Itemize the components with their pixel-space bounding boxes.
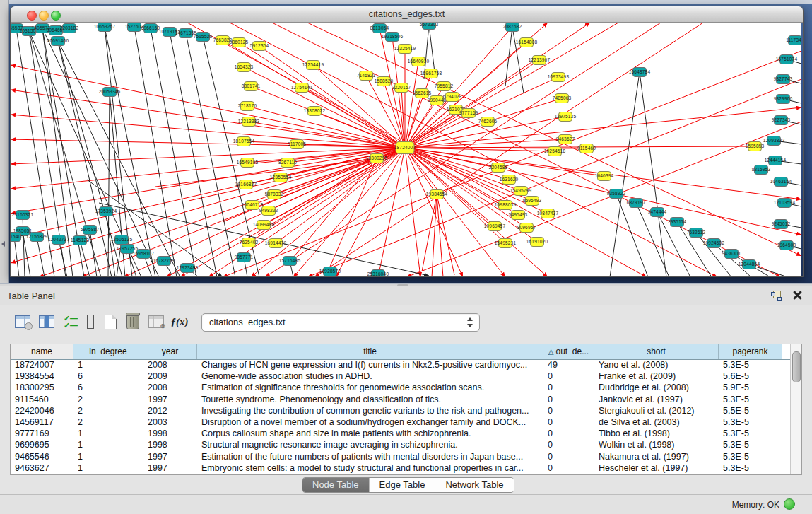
- table-cell[interactable]: 0: [543, 405, 594, 416]
- network-canvas[interactable]: 1655872203150614055724806466122031822069…: [11, 23, 801, 276]
- column-header-pagerank[interactable]: pagerank: [719, 344, 782, 359]
- table-cell[interactable]: Corpus callosum shape and size in male p…: [197, 428, 543, 439]
- table-cell[interactable]: 5.3E-5: [719, 428, 782, 439]
- table-cell[interactable]: Tourette syndrome. Phenomenology and cla…: [197, 394, 543, 405]
- table-cell[interactable]: de Silva et al. (2003): [594, 416, 719, 428]
- table-cell[interactable]: 2012: [143, 405, 197, 416]
- table-row[interactable]: 946554611997Estimation of the future num…: [11, 451, 791, 462]
- graph-node[interactable]: [163, 27, 177, 37]
- table-cell[interactable]: 5.3E-5: [719, 451, 782, 462]
- graph-node[interactable]: [629, 198, 643, 208]
- graph-node[interactable]: [461, 108, 476, 118]
- graph-node[interactable]: [707, 238, 721, 248]
- selected-edge[interactable]: [405, 148, 505, 276]
- graph-node[interactable]: [551, 72, 565, 82]
- column-header-year[interactable]: year: [143, 344, 197, 359]
- selected-edge[interactable]: [405, 77, 558, 148]
- graph-node[interactable]: [422, 23, 436, 30]
- graph-node[interactable]: [776, 74, 790, 84]
- graph-node[interactable]: [748, 141, 762, 151]
- table-cell[interactable]: Nakamura et al. (1997): [594, 451, 719, 462]
- float-panel-icon[interactable]: [771, 291, 781, 300]
- graph-node[interactable]: [257, 220, 271, 230]
- table-cell[interactable]: 14569117: [11, 416, 73, 428]
- tab-edge-table[interactable]: Edge Table: [370, 478, 436, 492]
- graph-node[interactable]: [11, 232, 21, 242]
- graph-node[interactable]: [283, 256, 297, 266]
- graph-node[interactable]: [724, 249, 739, 259]
- graph-node[interactable]: [232, 37, 246, 47]
- graph-node[interactable]: [430, 95, 444, 105]
- edge[interactable]: [610, 72, 640, 276]
- row-height-icon[interactable]: [81, 312, 100, 332]
- table-cell[interactable]: 0: [543, 382, 594, 393]
- table-cell[interactable]: 9115460: [11, 394, 73, 405]
- graph-node[interactable]: [502, 175, 516, 185]
- graph-node[interactable]: [437, 81, 451, 91]
- table-cell[interactable]: 5.6E-5: [719, 370, 782, 382]
- selected-edge[interactable]: [302, 88, 405, 148]
- graph-node[interactable]: [35, 23, 49, 33]
- selected-edge[interactable]: [405, 148, 495, 226]
- table-row[interactable]: 1830029562008Estimation of significance …: [11, 382, 791, 393]
- graph-node[interactable]: [774, 219, 788, 229]
- graph-node[interactable]: [779, 240, 794, 250]
- edge[interactable]: [90, 230, 97, 276]
- selected-edge[interactable]: [405, 27, 512, 148]
- table-cell[interactable]: Hescheler et al. (1997): [594, 462, 719, 474]
- graph-node[interactable]: [99, 206, 113, 216]
- graph-node[interactable]: [239, 180, 253, 189]
- graph-node[interactable]: [609, 189, 623, 199]
- graph-node[interactable]: [245, 200, 259, 210]
- graph-node[interactable]: [579, 144, 594, 153]
- network-view-window[interactable]: citations_edges.txt 16558722031506140557…: [10, 6, 804, 277]
- graph-node[interactable]: [488, 221, 502, 231]
- graph-node[interactable]: [424, 69, 438, 78]
- table-cell[interactable]: 0: [543, 428, 594, 439]
- table-cell[interactable]: 1997: [143, 462, 197, 474]
- table-cell[interactable]: 49: [543, 359, 594, 370]
- graph-node[interactable]: [62, 23, 76, 33]
- graph-node[interactable]: [114, 235, 129, 245]
- table-cell[interactable]: Estimation of significance thresholds fo…: [197, 382, 543, 393]
- graph-node[interactable]: [22, 26, 36, 36]
- table-row[interactable]: 1456911722003Disruption of a novel membe…: [11, 416, 791, 428]
- table-cell[interactable]: 6: [73, 382, 143, 393]
- table-cell[interactable]: Jankovic et al. (1997): [594, 394, 719, 405]
- graph-node[interactable]: [323, 267, 337, 276]
- edge[interactable]: [37, 237, 45, 276]
- graph-node[interactable]: [196, 32, 210, 42]
- graph-node[interactable]: [269, 238, 283, 248]
- table-cell[interactable]: 9463627: [11, 462, 73, 474]
- table-cell[interactable]: Investigating the contribution of common…: [197, 405, 543, 416]
- graph-node[interactable]: [372, 23, 387, 33]
- table-cell[interactable]: 5.3E-5: [719, 462, 782, 474]
- graph-node[interactable]: [73, 235, 87, 245]
- table-cell[interactable]: 18724007: [11, 359, 73, 370]
- window-titlebar[interactable]: citations_edges.txt: [11, 6, 803, 23]
- selected-edge[interactable]: [11, 148, 405, 189]
- graph-node[interactable]: [498, 238, 512, 248]
- graph-node[interactable]: [776, 94, 790, 104]
- graph-node[interactable]: [491, 163, 505, 173]
- graph-node[interactable]: [525, 196, 539, 206]
- graph-node[interactable]: [505, 23, 519, 32]
- table-cell[interactable]: 2003: [143, 416, 197, 428]
- table-cell[interactable]: 2009: [143, 370, 197, 382]
- graph-node[interactable]: [83, 225, 97, 235]
- table-cell[interactable]: 0: [543, 394, 594, 405]
- graph-node[interactable]: [370, 153, 384, 163]
- table-cell[interactable]: 0: [543, 416, 594, 428]
- edge[interactable]: [134, 27, 177, 276]
- close-panel-icon[interactable]: [792, 290, 802, 300]
- edge[interactable]: [80, 240, 90, 276]
- table-cell[interactable]: Franke et al. (2009): [594, 370, 719, 382]
- table-cell[interactable]: 1: [73, 451, 143, 462]
- selected-edge[interactable]: [307, 23, 801, 256]
- graph-node[interactable]: [774, 115, 788, 125]
- graph-node[interactable]: [555, 93, 569, 103]
- table-cell[interactable]: 5.3E-5: [719, 416, 782, 428]
- selected-edge[interactable]: [405, 139, 565, 148]
- column-header-short[interactable]: short: [594, 344, 719, 359]
- graph-node[interactable]: [597, 171, 611, 181]
